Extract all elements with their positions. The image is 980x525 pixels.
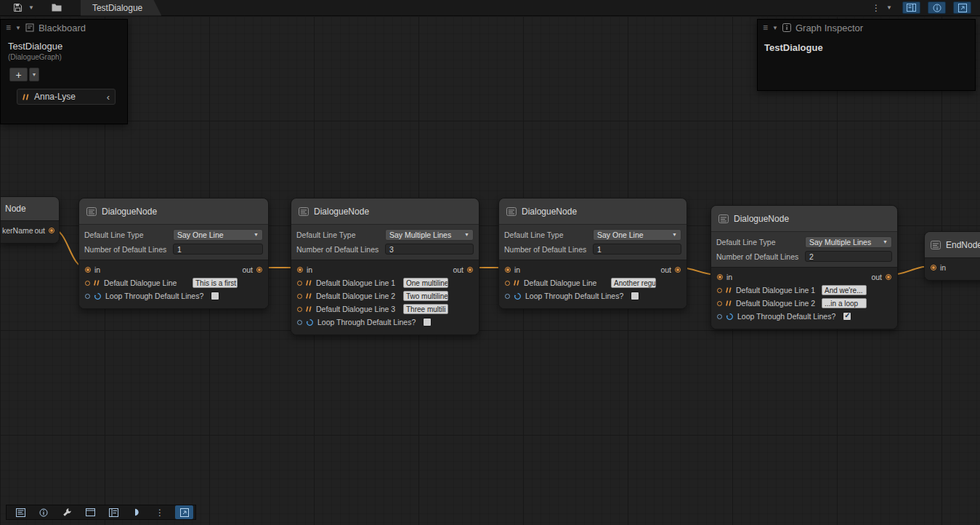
loop-port[interactable] bbox=[85, 294, 90, 299]
count-value: 1 bbox=[597, 245, 602, 254]
chevron-down-icon: ▼ bbox=[886, 4, 892, 11]
out-port[interactable] bbox=[256, 267, 262, 273]
tools-button[interactable] bbox=[55, 505, 78, 519]
more-menu-button[interactable]: ⋮ bbox=[869, 0, 883, 16]
out-port[interactable] bbox=[49, 228, 54, 233]
chevron-down-icon: ▼ bbox=[883, 239, 888, 244]
line-type-dropdown[interactable]: Say One Line ▼ bbox=[593, 229, 681, 241]
dialogue-line-value: ...in a loop bbox=[825, 300, 858, 308]
dialogue-line-label: Default Dialogue Line 1 bbox=[736, 286, 815, 294]
save-button[interactable] bbox=[10, 0, 25, 16]
count-value: 1 bbox=[177, 245, 182, 254]
fullscreen-toggle-button[interactable] bbox=[953, 1, 971, 14]
line-type-dropdown[interactable]: Say Multiple Lines ▼ bbox=[805, 236, 892, 248]
node-title-bar[interactable]: DialogueNode bbox=[499, 199, 687, 224]
node-title: DialogueNode bbox=[314, 207, 369, 217]
node-title-bar[interactable]: EndNode bbox=[925, 232, 980, 257]
graph-inspector-header[interactable]: ≡ ▼ Graph Inspector bbox=[758, 20, 975, 36]
blackboard-toggle-button[interactable] bbox=[902, 1, 920, 14]
drag-handle-icon[interactable]: ≡ bbox=[763, 23, 768, 33]
chevron-down-icon: ▼ bbox=[28, 4, 34, 11]
out-port[interactable] bbox=[886, 274, 891, 280]
line-port[interactable] bbox=[297, 307, 302, 312]
out-port[interactable] bbox=[675, 267, 681, 273]
node-title-bar[interactable]: Node bbox=[1, 197, 59, 220]
blackboard-button[interactable] bbox=[9, 505, 32, 519]
save-dropdown-button[interactable]: ▼ bbox=[25, 0, 37, 16]
count-field[interactable]: 1 bbox=[173, 244, 263, 255]
chevron-left-icon[interactable]: ‹ bbox=[107, 92, 110, 103]
inspector-icon bbox=[39, 508, 49, 518]
count-value: 2 bbox=[809, 252, 814, 261]
count-field[interactable]: 1 bbox=[593, 244, 681, 255]
inspector-button[interactable] bbox=[32, 505, 55, 519]
variables-button[interactable] bbox=[102, 505, 125, 519]
line-port[interactable] bbox=[297, 281, 302, 286]
dialogue-node-1[interactable]: DialogueNode Default Line Type Say One L… bbox=[78, 198, 269, 309]
count-field[interactable]: 2 bbox=[805, 251, 892, 262]
out-port[interactable] bbox=[467, 267, 473, 273]
line-type-value: Say One Line bbox=[597, 231, 644, 239]
line-port[interactable] bbox=[717, 301, 722, 306]
node-title-bar[interactable]: DialogueNode bbox=[711, 206, 897, 231]
quote-icon bbox=[23, 94, 30, 100]
in-port[interactable] bbox=[717, 274, 723, 280]
line-port[interactable] bbox=[85, 281, 90, 286]
inspector-toggle-button[interactable] bbox=[928, 1, 946, 14]
dialogue-line-field[interactable]: One multiline bbox=[403, 278, 448, 288]
bottom-more-button[interactable]: ⋮ bbox=[148, 505, 171, 519]
blackboard-panel[interactable]: ≡ ▼ Blackboard TestDialogue (DialogueGra… bbox=[0, 19, 128, 124]
wrench-icon bbox=[62, 508, 72, 517]
open-asset-button[interactable] bbox=[49, 0, 65, 16]
quote-icon bbox=[306, 280, 312, 286]
loop-checkbox[interactable] bbox=[423, 318, 432, 326]
in-port[interactable] bbox=[505, 267, 511, 273]
dialogue-line-field[interactable]: And we're... bbox=[822, 285, 867, 295]
loop-port[interactable] bbox=[717, 314, 722, 319]
in-port[interactable] bbox=[297, 267, 303, 273]
dialogue-node-4[interactable]: DialogueNode Default Line Type Say Multi… bbox=[710, 205, 898, 329]
line-type-dropdown[interactable]: Say Multiple Lines ▼ bbox=[385, 229, 474, 241]
start-node[interactable]: Node kerName out bbox=[0, 196, 60, 244]
preview-button[interactable] bbox=[125, 505, 148, 519]
window-icon bbox=[86, 508, 95, 516]
bottom-fullscreen-button[interactable] bbox=[175, 505, 193, 519]
drag-handle-icon[interactable]: ≡ bbox=[6, 23, 11, 33]
minimap-button[interactable] bbox=[78, 505, 102, 519]
add-property-button[interactable]: + bbox=[9, 68, 28, 81]
node-title-bar[interactable]: DialogueNode bbox=[79, 199, 268, 224]
collapse-arrow-icon[interactable]: ▼ bbox=[772, 25, 778, 31]
dialogue-node-3[interactable]: DialogueNode Default Line Type Say One L… bbox=[498, 198, 687, 309]
loop-checkbox[interactable] bbox=[631, 292, 639, 300]
dialogue-line-field[interactable]: Two multiline bbox=[403, 291, 448, 301]
dialogue-line-field[interactable]: Another regu bbox=[611, 278, 656, 288]
count-field[interactable]: 3 bbox=[385, 244, 474, 255]
chevron-down-icon: ▼ bbox=[464, 232, 469, 237]
in-port[interactable] bbox=[931, 265, 936, 270]
dialogue-line-field[interactable]: ...in a loop bbox=[822, 298, 867, 308]
tab-testdialogue[interactable]: TestDialogue bbox=[81, 0, 161, 16]
loop-checkbox[interactable] bbox=[843, 312, 851, 321]
in-port-label: in bbox=[307, 265, 312, 274]
line-port[interactable] bbox=[505, 281, 510, 286]
loop-port[interactable] bbox=[297, 320, 302, 325]
dialogue-line-field[interactable]: Three multili bbox=[403, 304, 448, 314]
collapse-arrow-icon[interactable]: ▼ bbox=[15, 25, 21, 31]
add-property-dropdown-button[interactable]: ▼ bbox=[29, 68, 39, 81]
line-type-value: Say Multiple Lines bbox=[389, 231, 451, 239]
in-port[interactable] bbox=[85, 267, 91, 273]
blackboard-property-anna-lyse[interactable]: Anna-Lyse ‹ bbox=[17, 89, 116, 105]
loop-checkbox[interactable] bbox=[211, 292, 219, 300]
dialogue-node-2[interactable]: DialogueNode Default Line Type Say Multi… bbox=[291, 198, 479, 335]
line-type-dropdown[interactable]: Say One Line ▼ bbox=[173, 229, 263, 241]
menu-dropdown-button[interactable]: ▼ bbox=[883, 0, 895, 16]
end-node[interactable]: EndNode in bbox=[924, 231, 980, 281]
node-title-bar[interactable]: DialogueNode bbox=[291, 199, 479, 224]
blackboard-header[interactable]: ≡ ▼ Blackboard bbox=[1, 20, 127, 36]
line-port[interactable] bbox=[717, 288, 722, 293]
inspector-toggle-icon bbox=[932, 3, 942, 13]
graph-inspector-panel[interactable]: ≡ ▼ Graph Inspector TestDialogue bbox=[757, 19, 976, 91]
loop-port[interactable] bbox=[505, 294, 510, 299]
dialogue-line-field[interactable]: This is a first bbox=[193, 278, 238, 288]
line-port[interactable] bbox=[297, 294, 302, 299]
